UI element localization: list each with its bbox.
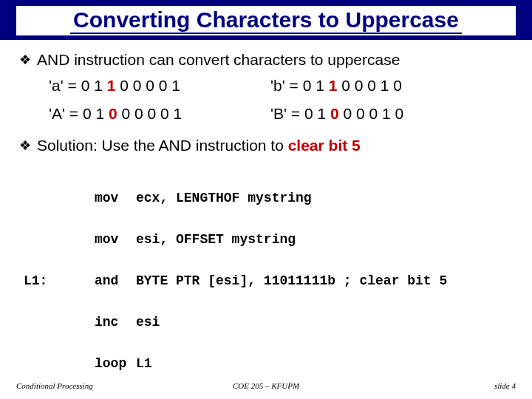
bullet-2-highlight: clear bit 5 xyxy=(288,137,361,154)
bullet-2-pre: Solution: Use the AND instruction to xyxy=(37,137,288,154)
binary-a: 'a' = 0 1 1 0 0 0 0 1 xyxy=(49,77,270,95)
bullet-2-text: Solution: Use the AND instruction to cle… xyxy=(37,136,361,155)
a-post: 0 0 0 0 1 xyxy=(115,77,180,94)
binary-upper-b: 'B' = 0 1 0 0 0 0 1 0 xyxy=(270,105,492,123)
binary-col-left: 'a' = 0 1 1 0 0 0 0 1 'A' = 0 1 0 0 0 0 … xyxy=(49,77,270,133)
bullet-1-text: AND instruction can convert characters t… xyxy=(37,50,400,69)
footer-center: COE 205 – KFUPM xyxy=(183,381,349,390)
binary-examples: 'a' = 0 1 1 0 0 0 0 1 'A' = 0 1 0 0 0 0 … xyxy=(49,77,513,133)
binary-b: 'b' = 0 1 1 0 0 0 1 0 xyxy=(270,77,492,95)
args-4: esi xyxy=(136,315,160,330)
footer: Conditional Processing COE 205 – KFUPM s… xyxy=(0,381,532,390)
a-pre: 0 1 xyxy=(81,77,107,94)
bullet-icon: ❖ xyxy=(19,136,31,155)
op-inc: inc xyxy=(95,312,136,332)
bullet-1: ❖ AND instruction can convert characters… xyxy=(19,50,513,69)
code-block: movecx, LENGTHOF mystring movesi, OFFSET… xyxy=(59,167,513,399)
A-post: 0 0 0 0 1 xyxy=(117,105,183,122)
B-bit5: 0 xyxy=(330,105,339,122)
bullet-icon: ❖ xyxy=(19,50,31,69)
op-loop: loop xyxy=(95,353,136,374)
title-inner: Converting Characters to Uppercase xyxy=(16,6,516,35)
op-mov-1: mov xyxy=(95,188,136,208)
footer-right: slide 4 xyxy=(349,381,516,390)
b-label: 'b' = xyxy=(270,77,303,94)
B-post: 0 0 0 1 0 xyxy=(339,105,404,122)
A-pre: 0 1 xyxy=(83,105,109,122)
slide-title: Converting Characters to Uppercase xyxy=(70,7,462,34)
footer-left: Conditional Processing xyxy=(16,381,183,390)
args-1: ecx, LENGTHOF mystring xyxy=(136,191,312,205)
B-label: 'B' = xyxy=(270,105,304,122)
binary-col-right: 'b' = 0 1 1 0 0 0 1 0 'B' = 0 1 0 0 0 0 … xyxy=(270,77,492,133)
op-and: and xyxy=(95,270,136,291)
code-line-5: loopL1 xyxy=(59,353,513,374)
A-bit5: 0 xyxy=(109,105,117,122)
args-5: L1 xyxy=(136,356,152,371)
args-3: BYTE PTR [esi], 11011111b ; clear bit 5 xyxy=(136,273,447,288)
content-area: ❖ AND instruction can convert characters… xyxy=(0,40,532,399)
label-l1: L1: xyxy=(24,270,47,291)
code-line-1: movecx, LENGTHOF mystring xyxy=(59,188,513,208)
binary-upper-a: 'A' = 0 1 0 0 0 0 0 1 xyxy=(49,105,270,123)
a-label: 'a' = xyxy=(49,77,81,94)
code-line-3: L1:andBYTE PTR [esi], 11011111b ; clear … xyxy=(59,270,513,291)
code-line-2: movesi, OFFSET mystring xyxy=(59,229,513,250)
b-pre: 0 1 xyxy=(303,77,329,94)
b-bit5: 1 xyxy=(329,77,338,94)
slide: Converting Characters to Uppercase ❖ AND… xyxy=(0,0,532,399)
args-2: esi, OFFSET mystring xyxy=(136,232,296,247)
title-bar: Converting Characters to Uppercase xyxy=(0,0,532,40)
op-mov-2: mov xyxy=(95,229,136,250)
a-bit5: 1 xyxy=(107,77,116,94)
A-label: 'A' = xyxy=(49,105,83,122)
bullet-2: ❖ Solution: Use the AND instruction to c… xyxy=(19,136,513,155)
b-post: 0 0 0 1 0 xyxy=(337,77,402,94)
B-pre: 0 1 xyxy=(304,105,330,122)
code-line-4: incesi xyxy=(59,312,513,332)
